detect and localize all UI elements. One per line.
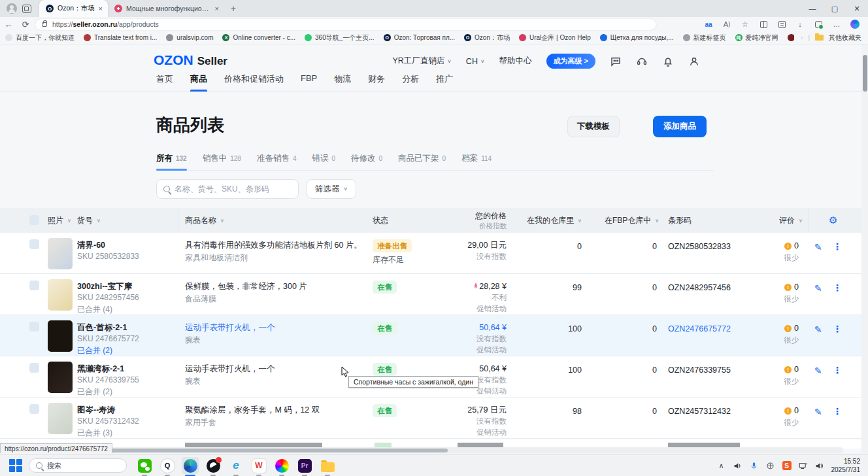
table-row[interactable]: 300zhi--宝下摩 SKU 2482957456 已合并 (4) 保鲜膜，包… — [0, 274, 861, 315]
browser-tab-active[interactable]: O Ozon：市场 × — [39, 0, 108, 17]
edit-pencil-icon[interactable]: ✎ — [814, 407, 822, 417]
bookmark-item[interactable]: 章鱼AI — [788, 33, 795, 42]
bookmark-item[interactable]: 360导航_一个主页... — [305, 33, 375, 42]
merged-label[interactable]: 已合并 (2) — [77, 386, 175, 398]
product-name[interactable]: 聚氨酯涂层，家务手套，M 码，12 双 — [185, 404, 365, 416]
row-checkbox[interactable] — [29, 363, 39, 373]
bookmark-item[interactable]: O Ozon: Торговая пл... — [384, 34, 455, 41]
browser-profile-icon[interactable] — [7, 3, 17, 14]
more-menu-icon[interactable]: … — [829, 18, 844, 30]
nav-item[interactable]: 价格和促销活动 — [224, 73, 284, 92]
more-bookmarks-icon[interactable]: › — [801, 34, 803, 41]
filter-tab[interactable]: 待修改0 — [351, 153, 382, 164]
other-favorites-label[interactable]: 其他收藏夹 — [829, 33, 861, 42]
tab-close-icon[interactable]: × — [99, 5, 103, 12]
horizontal-scrollbar[interactable] — [20, 447, 843, 453]
product-name[interactable]: 运动手表带打火机，一个 — [185, 363, 365, 375]
bookmark-item[interactable]: Щетка для посуды,... — [600, 34, 674, 41]
download-template-button[interactable]: 下载模板 — [567, 116, 620, 137]
taskbar-search[interactable]: 搜索 — [29, 458, 127, 473]
volume-icon[interactable] — [815, 461, 824, 470]
cast-display-icon[interactable]: ? — [799, 461, 808, 470]
bookmark-item[interactable]: 纯 爱纯净官网 — [735, 33, 778, 42]
nav-item[interactable]: 推广 — [436, 73, 453, 92]
edit-pencil-icon[interactable]: ✎ — [814, 283, 822, 294]
close-button[interactable]: ✕ — [846, 0, 868, 17]
obs-icon[interactable] — [205, 457, 222, 474]
column-stock-fbp[interactable]: 在FBP仓库中 — [605, 208, 659, 233]
column-article[interactable]: 货号 — [77, 208, 101, 233]
column-price[interactable]: 您的价格价格指数 — [418, 208, 507, 233]
product-thumbnail[interactable] — [48, 362, 73, 393]
table-settings-gear-icon[interactable]: ⚙ — [829, 208, 837, 233]
column-status[interactable]: 状态 — [373, 208, 388, 233]
nav-item[interactable]: 商品 — [190, 73, 207, 92]
speaker-icon[interactable] — [733, 461, 743, 470]
copilot-icon[interactable] — [847, 18, 863, 30]
bookmark-item[interactable]: uralsvip.com — [166, 34, 213, 41]
store-selector[interactable]: YR工厂直销店∨ — [392, 56, 451, 67]
filter-tab[interactable]: 销售中128 — [203, 153, 241, 164]
column-barcode[interactable]: 条形码 — [668, 208, 692, 233]
table-row[interactable]: 百色-首标-2-1 SKU 2476675772 已合并 (2) 运动手表带打火… — [0, 315, 861, 356]
nav-item[interactable]: 财务 — [368, 73, 385, 92]
wechat-icon[interactable] — [136, 457, 153, 474]
row-menu-icon[interactable]: ⋮ — [833, 282, 842, 293]
start-button[interactable] — [9, 459, 22, 472]
vertical-scrollbar[interactable] — [861, 44, 868, 453]
row-checkbox[interactable] — [29, 404, 39, 414]
taskbar-clock[interactable]: 15:52 2025/7/31 — [831, 457, 861, 474]
internet-explorer-icon[interactable]: e — [227, 457, 244, 474]
merged-label[interactable]: 已合并 (4) — [77, 304, 175, 315]
new-tab-button[interactable]: + — [231, 3, 236, 14]
color-wheel-app-icon[interactable] — [273, 457, 290, 474]
edit-pencil-icon[interactable]: ✎ — [814, 242, 822, 252]
edge-icon[interactable] — [182, 457, 199, 474]
maximize-button[interactable]: ▢ — [824, 0, 846, 17]
bookmark-item[interactable]: Ural企库 | Ozon Help — [519, 33, 591, 42]
row-checkbox[interactable] — [29, 280, 39, 290]
ozon-seller-logo[interactable]: OZONSeller — [154, 52, 227, 68]
tray-expand-icon[interactable]: ∧ — [717, 461, 726, 470]
merged-label[interactable]: 已合并 (3) — [77, 428, 175, 439]
search-input[interactable]: 名称、货号、SKU、条形码 — [156, 179, 299, 199]
product-name[interactable]: 具有消毒作用的强效多功能清洁地板片剂 60 片。 — [185, 239, 365, 252]
bookmark-item[interactable]: O Ozon：市场 — [464, 33, 510, 42]
collections-icon[interactable] — [774, 18, 790, 30]
product-thumbnail[interactable] — [48, 279, 73, 311]
read-aloud-icon[interactable]: A) — [719, 18, 735, 30]
back-button[interactable]: ← — [0, 20, 17, 29]
row-menu-icon[interactable]: ⋮ — [833, 365, 842, 375]
bookmark-item[interactable]: 新建标签页 — [683, 33, 726, 42]
split-screen-icon[interactable] — [756, 18, 771, 30]
workspaces-icon[interactable] — [22, 5, 31, 13]
nav-item[interactable]: 首页 — [156, 73, 173, 92]
qq-icon[interactable]: Q — [159, 457, 176, 474]
bookmark-item[interactable]: X Online converter - c... — [222, 34, 295, 41]
column-rating[interactable]: 评价 — [779, 208, 803, 233]
table-row[interactable]: 清界-60 SKU 2580532833 具有消毒作用的强效多功能清洁地板片剂 … — [0, 233, 861, 274]
add-product-button[interactable]: 添加商品 — [653, 116, 707, 137]
microphone-icon[interactable] — [750, 461, 759, 470]
premiere-icon[interactable]: Pr — [296, 457, 313, 474]
wps-icon[interactable]: W — [250, 457, 267, 474]
language-selector[interactable]: CH∨ — [466, 57, 485, 66]
product-thumbnail[interactable] — [48, 238, 73, 269]
edit-pencil-icon[interactable]: ✎ — [814, 324, 822, 335]
nav-item[interactable]: FBP — [301, 73, 317, 92]
row-menu-icon[interactable]: ⋮ — [833, 406, 842, 416]
row-checkbox[interactable] — [29, 239, 39, 249]
favorite-star-icon[interactable]: ☆ — [737, 18, 753, 30]
translate-icon[interactable]: аа — [701, 18, 716, 30]
row-menu-icon[interactable]: ⋮ — [833, 324, 842, 334]
browser-tab-2[interactable]: Мощные многофункциональнь × — [108, 0, 224, 17]
filter-tab[interactable]: 所有132 — [156, 153, 187, 164]
bookmark-item[interactable]: 百度一下，你就知道 — [5, 33, 75, 42]
row-checkbox[interactable] — [29, 322, 39, 332]
filter-tab[interactable]: 错误0 — [312, 153, 335, 164]
nav-item[interactable]: 物流 — [334, 73, 351, 92]
column-name[interactable]: 商品名称 — [185, 208, 224, 233]
help-center-link[interactable]: 帮助中心 — [499, 56, 532, 67]
refresh-button[interactable]: ⟳ — [17, 20, 34, 29]
url-field[interactable]: https://seller.ozon.ru/app/products — [35, 19, 656, 30]
